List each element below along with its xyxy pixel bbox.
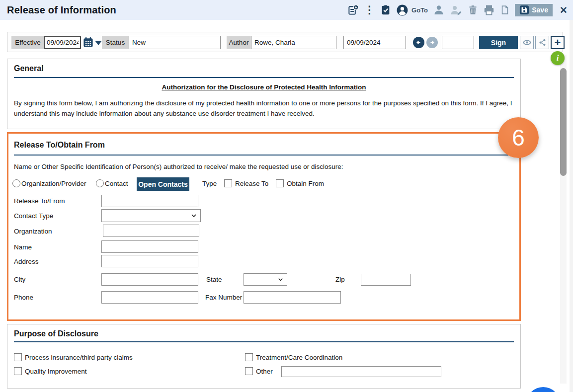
close-icon[interactable]: ✕ (558, 4, 570, 16)
patient-avatar-icon[interactable] (396, 4, 409, 16)
organization-provider-radio[interactable] (12, 179, 20, 187)
save-button[interactable]: Save (515, 4, 553, 16)
other-input[interactable] (281, 366, 441, 377)
state-label: State (206, 276, 222, 283)
release-section-title: Release To/Obtain From (14, 141, 105, 150)
obtain-from-checkbox-label: Obtain From (287, 180, 324, 187)
header-toolbar: ⋮ GoTo (347, 0, 572, 20)
release-to-checkbox-label: Release To (235, 180, 268, 187)
author-input[interactable] (251, 36, 336, 49)
obtain-from-checkbox[interactable] (276, 179, 284, 187)
sign-button[interactable]: Sign (479, 36, 518, 49)
add-icon[interactable]: + (551, 36, 565, 49)
chevron-down-icon (190, 212, 198, 220)
previous-arrow-icon[interactable] (413, 37, 424, 48)
process-insurance-checkbox[interactable] (14, 353, 22, 361)
help-fab-button[interactable] (526, 387, 560, 392)
edit-person-icon[interactable] (450, 3, 463, 16)
general-section: General Authorization for the Disclosure… (7, 59, 521, 129)
release-to-obtain-from-section: Release To/Obtain From Name or Other Spe… (7, 132, 521, 321)
name-input[interactable] (101, 240, 198, 253)
zip-input[interactable] (361, 274, 411, 286)
release-instruction-text: Name or Other Specific Identification of… (14, 163, 343, 170)
address-label: Address (14, 258, 39, 265)
state-select[interactable] (244, 273, 287, 286)
organization-label: Organization (14, 228, 52, 235)
treatment-care-coordination-checkbox[interactable] (245, 353, 253, 361)
calendar-dropdown-caret-icon[interactable] (95, 41, 102, 45)
open-contacts-button[interactable]: Open Contacts (137, 177, 189, 191)
quality-improvement-checkbox-label: Quality Improvement (25, 368, 87, 375)
contact-radio[interactable] (96, 179, 104, 187)
release-to-from-input[interactable] (101, 195, 198, 207)
header-bar: Release of Information ⋮ (0, 0, 573, 20)
scrollbar-thumb[interactable] (560, 68, 567, 176)
person-icon[interactable] (433, 4, 445, 16)
zip-label: Zip (335, 276, 345, 283)
document-toolbar: Effective Status Author Sign (7, 32, 563, 52)
phone-label: Phone (14, 294, 33, 301)
general-section-title: General (14, 64, 44, 73)
purpose-of-disclosure-section: Purpose of Disclosure Process insurance/… (7, 324, 521, 389)
status-input[interactable] (129, 36, 221, 49)
more-options-icon[interactable]: ⋮ (364, 5, 375, 15)
effective-date-input[interactable] (44, 36, 81, 49)
save-floppy-icon (519, 5, 529, 15)
release-to-checkbox[interactable] (224, 179, 232, 187)
clipboard-check-icon[interactable] (380, 4, 391, 15)
purpose-section-rule (14, 341, 514, 342)
quality-improvement-checkbox[interactable] (14, 367, 22, 375)
new-document-icon[interactable] (347, 4, 359, 16)
contact-type-select[interactable] (101, 209, 201, 222)
other-checkbox[interactable] (245, 367, 253, 375)
page-title: Release of Information (7, 0, 116, 20)
chevron-down-icon (277, 276, 284, 283)
organization-input[interactable] (103, 225, 199, 237)
authorization-heading: Authorization for the Disclosure of Prot… (7, 83, 520, 91)
status-label: Status (102, 36, 129, 49)
city-input[interactable] (101, 273, 198, 286)
document-date-input[interactable] (343, 36, 406, 49)
other-checkbox-label: Other (256, 368, 273, 375)
save-button-label: Save (532, 6, 548, 14)
blank-document-icon[interactable] (500, 4, 510, 15)
next-arrow-icon[interactable] (426, 37, 438, 48)
fax-number-label: Fax Number (205, 294, 242, 301)
author-label: Author (227, 36, 251, 49)
purpose-section-title: Purpose of Disclosure (14, 329, 98, 338)
calendar-icon[interactable] (82, 36, 94, 48)
goto-button[interactable]: GoTo (411, 6, 428, 14)
effective-label: Effective (11, 36, 44, 49)
contact-type-label: Contact Type (14, 212, 53, 220)
fax-number-input[interactable] (244, 291, 341, 304)
type-label: Type (202, 180, 217, 187)
phone-input[interactable] (101, 291, 198, 304)
step-6-badge: 6 (498, 117, 539, 158)
release-section-rule (14, 155, 512, 156)
delete-icon[interactable] (468, 4, 478, 15)
process-insurance-checkbox-label: Process insurance/third party claims (25, 354, 133, 361)
info-icon[interactable]: i (551, 51, 565, 65)
general-section-rule (14, 77, 514, 78)
address-input[interactable] (101, 255, 198, 267)
city-label: City (14, 276, 25, 283)
treatment-care-coordination-checkbox-label: Treatment/Care Coordination (256, 354, 342, 361)
authorization-body-text: By signing this form below, I am authori… (14, 98, 513, 119)
preview-eye-icon[interactable] (520, 36, 534, 49)
name-label: Name (14, 243, 32, 251)
print-icon[interactable] (483, 4, 495, 16)
right-edge-strip (570, 20, 573, 392)
share-icon[interactable] (535, 36, 549, 49)
toolbar-blank-input[interactable] (442, 36, 474, 49)
organization-provider-radio-label: Organization/Provider (21, 180, 86, 187)
contact-radio-label: Contact (105, 180, 128, 187)
release-to-from-label: Release To/From (14, 197, 65, 205)
